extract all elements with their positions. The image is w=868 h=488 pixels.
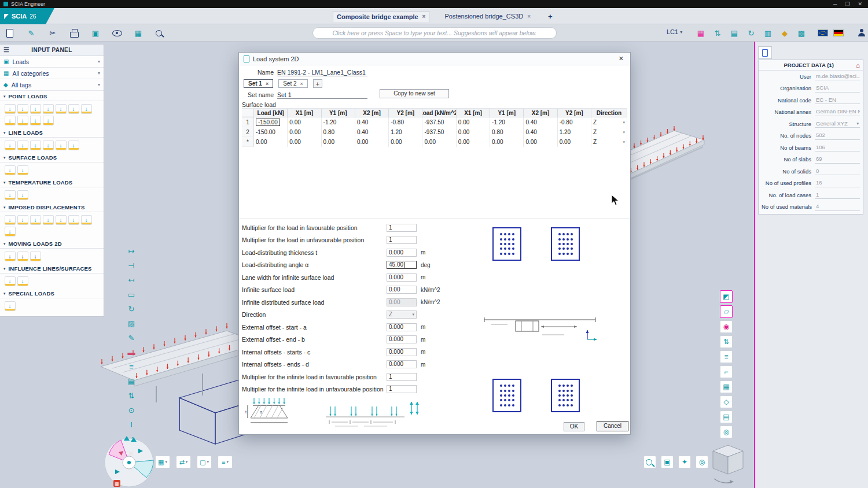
hatch-icon[interactable]: ▨ bbox=[126, 317, 137, 329]
document-tab[interactable]: Composite bridge example× bbox=[333, 11, 429, 22]
table-row[interactable]: 2-150.000.000.800.401.20-937.500.000.800… bbox=[242, 127, 627, 137]
anchor-icon[interactable]: ⊣ bbox=[126, 260, 137, 271]
table-cell[interactable]: 0.00 bbox=[457, 137, 490, 147]
render-mode-icon[interactable]: ◎ bbox=[696, 456, 708, 468]
menu-burger-icon[interactable]: ☰ bbox=[3, 46, 9, 54]
load-type-icon[interactable]: ↓ bbox=[81, 104, 92, 114]
close-button[interactable]: ✕ bbox=[858, 0, 862, 8]
set-tab[interactable]: Set 1× bbox=[244, 79, 273, 88]
new-project-icon[interactable] bbox=[5, 28, 15, 38]
load-type-icon[interactable]: ↓ bbox=[68, 141, 79, 150]
edit-icon[interactable]: ✎ bbox=[26, 28, 36, 38]
import-icon[interactable]: ↦ bbox=[126, 245, 137, 257]
view-cube[interactable] bbox=[709, 442, 746, 486]
navigation-wheel[interactable] bbox=[101, 435, 157, 488]
section-header[interactable]: ▾MOVING LOADS 2D bbox=[0, 239, 104, 249]
home-icon[interactable]: ⌂ bbox=[856, 62, 860, 69]
support-icon[interactable]: ▬ bbox=[126, 346, 137, 358]
table-cell[interactable]: Z▾ bbox=[591, 127, 627, 137]
name-input[interactable]: EN 1991-2 - LM1_Lane1_Class1 bbox=[277, 68, 367, 76]
field-input[interactable]: 45.00 bbox=[387, 261, 417, 269]
table-cell[interactable]: -937.50 bbox=[422, 127, 456, 137]
table-cell[interactable]: -937.50 bbox=[422, 117, 456, 127]
project-data-value[interactable]: 69 bbox=[815, 156, 860, 164]
tools-icon[interactable]: ✂ bbox=[47, 28, 58, 38]
table-row[interactable]: 1-150.000.00-1.200.40-0.80-937.500.00-1.… bbox=[242, 117, 627, 127]
project-data-value[interactable]: 1 bbox=[815, 191, 860, 199]
project-data-value[interactable]: General XYZ▾ bbox=[815, 120, 860, 128]
license-icon[interactable]: ◆ bbox=[779, 28, 790, 38]
wireframe-icon[interactable]: ◇ bbox=[720, 395, 733, 408]
table-cell[interactable]: 0.00 bbox=[558, 137, 591, 147]
project-data-value[interactable]: SCIA bbox=[815, 84, 860, 93]
view-presets-icon[interactable]: ▦▾ bbox=[155, 456, 170, 468]
user-icon[interactable]: ◉ bbox=[720, 320, 733, 333]
field-input[interactable]: 1 bbox=[387, 385, 417, 393]
load-type-icon[interactable]: ↓ bbox=[5, 227, 16, 236]
field-input[interactable]: 0.000 bbox=[387, 348, 417, 356]
dialog-close-icon[interactable]: ✕ bbox=[617, 55, 626, 62]
load-type-icon[interactable]: ↓ bbox=[17, 104, 28, 114]
bill-of-material-icon[interactable]: ▤ bbox=[729, 28, 740, 38]
load-type-icon[interactable]: ↓ bbox=[17, 116, 28, 125]
activity-icon[interactable]: ▢▾ bbox=[197, 456, 212, 468]
load-type-icon[interactable]: ↓ bbox=[17, 276, 28, 286]
brush-icon[interactable]: ✎ bbox=[126, 332, 137, 343]
copy-to-new-set-button[interactable]: Copy to new set bbox=[380, 89, 449, 98]
table-cell[interactable]: Z▾ bbox=[591, 117, 627, 127]
section-header[interactable]: ▾LINE LOADS bbox=[0, 128, 104, 138]
field-input[interactable]: 0.000 bbox=[387, 335, 417, 343]
model-box-icon[interactable]: ▣ bbox=[90, 28, 101, 38]
eu-flag-icon[interactable] bbox=[818, 29, 828, 36]
section-header[interactable]: ▾INFLUENCE LINES/SURFACES bbox=[0, 264, 104, 273]
load-type-icon[interactable]: ↓ bbox=[68, 104, 79, 114]
set-name-input[interactable]: Set 1 bbox=[277, 91, 367, 99]
load-type-icon[interactable]: ↓ bbox=[68, 215, 79, 225]
table-cell[interactable]: 1.20 bbox=[558, 127, 591, 137]
zoom-icon[interactable] bbox=[643, 456, 656, 468]
close-tab-icon[interactable]: × bbox=[422, 13, 426, 20]
table-cell[interactable]: -0.80 bbox=[558, 117, 591, 127]
load-type-icon[interactable]: ↓ bbox=[43, 104, 54, 114]
field-input[interactable]: 1 bbox=[387, 224, 417, 232]
field-input[interactable]: 0.000 bbox=[387, 249, 417, 257]
filter-dropdown[interactable]: ▣Loads▾ bbox=[0, 56, 104, 68]
field-input[interactable]: 0.00 bbox=[387, 286, 417, 294]
frame-icon[interactable]: ▭ bbox=[126, 289, 137, 300]
rotate-icon[interactable]: ↻ bbox=[126, 303, 137, 315]
minimize-button[interactable]: ─ bbox=[833, 0, 837, 8]
load-type-icon[interactable]: ↓ bbox=[30, 141, 41, 150]
ok-button[interactable]: OK bbox=[564, 422, 584, 431]
field-input[interactable]: Z▾ bbox=[387, 310, 417, 319]
report-template-icon[interactable]: ▦ bbox=[696, 28, 706, 38]
load-type-icon[interactable]: ↓ bbox=[5, 276, 16, 286]
apps-icon[interactable]: ▩ bbox=[796, 28, 807, 38]
project-data-value[interactable]: 502 bbox=[815, 132, 860, 140]
add-set-button[interactable]: + bbox=[313, 79, 322, 88]
load-type-icon[interactable]: ↓ bbox=[5, 190, 16, 200]
field-input[interactable]: 0.000 bbox=[387, 273, 417, 282]
dialog-titlebar[interactable]: Load system 2D ✕ bbox=[239, 53, 630, 65]
load-type-icon[interactable]: ↓ bbox=[17, 215, 28, 225]
load-type-icon[interactable]: ↓ bbox=[30, 215, 41, 225]
field-input[interactable]: 0.000 bbox=[387, 323, 417, 331]
section-header[interactable]: ▾IMPOSED DISPLACEMENTS bbox=[0, 203, 104, 212]
set-tab[interactable]: Set 2× bbox=[278, 79, 308, 88]
close-icon[interactable]: × bbox=[266, 81, 269, 87]
table-cell[interactable]: 0.00 bbox=[254, 137, 288, 147]
load-type-icon[interactable]: ↓ bbox=[17, 165, 28, 175]
field-input[interactable]: 1 bbox=[387, 236, 417, 244]
chevron-down-icon[interactable]: ▾ bbox=[856, 120, 859, 128]
table-cell[interactable]: 0.00 bbox=[389, 137, 422, 147]
section-header[interactable]: ▾SURFACE LOADS bbox=[0, 153, 104, 162]
offset-icon[interactable]: ↤ bbox=[126, 274, 137, 286]
mesh-icon[interactable]: ▦ bbox=[720, 380, 733, 393]
chevron-down-icon[interactable]: ▾ bbox=[412, 311, 414, 318]
chevron-down-icon[interactable]: ▾ bbox=[623, 130, 625, 135]
selection-icon[interactable]: ≡▾ bbox=[218, 456, 233, 468]
table-cell[interactable]: 0.40 bbox=[355, 117, 389, 127]
node-icon[interactable]: ⊙ bbox=[126, 404, 137, 416]
table-cell[interactable]: 0.00 bbox=[288, 127, 321, 137]
load-type-icon[interactable]: ↓ bbox=[30, 104, 41, 114]
load-type-icon[interactable]: ↓ bbox=[81, 215, 92, 225]
